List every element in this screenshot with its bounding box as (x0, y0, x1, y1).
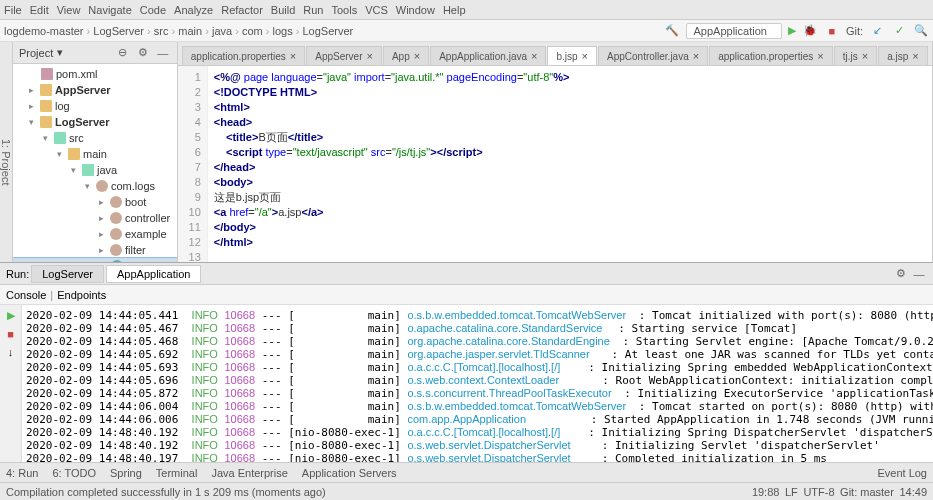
git-branch: Git: master (840, 486, 894, 498)
bottom-tab[interactable]: Application Servers (302, 467, 397, 479)
time: 14:49 (899, 486, 927, 498)
down-icon[interactable]: ↓ (8, 346, 14, 358)
breadcrumb-item[interactable]: logdemo-master (4, 25, 83, 37)
menu-bar: FileEditViewNavigateCodeAnalyzeRefactorB… (0, 0, 933, 20)
bottom-tab[interactable]: Spring (110, 467, 142, 479)
bottom-tab[interactable]: 6: TODO (52, 467, 96, 479)
build-icon[interactable]: 🔨 (664, 23, 680, 39)
editor-tabs[interactable]: application.properties ×AppServer ×App ×… (178, 42, 932, 66)
caret-position: 19:88 (752, 486, 780, 498)
console-output[interactable]: 2020-02-09 14:44:05.441 INFO 10668 --- [… (22, 305, 933, 462)
editor-tab[interactable]: AppServer × (306, 46, 382, 65)
bottom-tool-tabs[interactable]: 4: Run6: TODOSpringTerminalJava Enterpri… (0, 462, 933, 482)
line-sep: LF (785, 486, 798, 498)
rerun-icon[interactable]: ▶ (7, 309, 15, 322)
left-tool-strip[interactable]: 1: Project (0, 42, 13, 262)
editor-tab[interactable]: b.jsp × (547, 46, 597, 66)
run-tab-app[interactable]: AppApplication (106, 265, 201, 283)
menu-analyze[interactable]: Analyze (174, 4, 213, 16)
run-tab-logserver[interactable]: LogServer (31, 265, 104, 283)
run-panel: Run: LogServer AppApplication ⚙ — Consol… (0, 262, 933, 462)
menu-vcs[interactable]: VCS (365, 4, 388, 16)
breadcrumb-item[interactable]: java (212, 25, 232, 37)
hide-icon[interactable]: — (911, 266, 927, 282)
project-tool-label[interactable]: 1: Project (0, 139, 12, 185)
breadcrumb-item[interactable]: com (242, 25, 263, 37)
breadcrumb-item[interactable]: main (178, 25, 202, 37)
event-log-tab[interactable]: Event Log (877, 467, 927, 479)
editor-tab[interactable]: application.properties × (709, 46, 833, 65)
editor-tab[interactable]: application.properties × (182, 46, 306, 65)
search-icon[interactable]: 🔍 (913, 23, 929, 39)
menu-edit[interactable]: Edit (30, 4, 49, 16)
gear-icon[interactable]: ⚙ (135, 45, 151, 61)
bottom-tab[interactable]: Java Enterprise (211, 467, 287, 479)
project-title: Project (19, 47, 53, 59)
git-label: Git: (846, 25, 863, 37)
console-toolbar[interactable]: ▶ ■ ↓ (0, 305, 22, 462)
git-commit-icon[interactable]: ✓ (891, 23, 907, 39)
code-editor[interactable]: 12345678910111213 <%@ page language="jav… (178, 66, 932, 262)
project-panel: Project▾ ⊖ ⚙ — pom.xml ▸AppServer ▸log ▾… (13, 42, 178, 262)
close-icon[interactable]: × (817, 50, 823, 62)
editor-tab[interactable]: AppApplication.java × (430, 46, 546, 65)
project-tree[interactable]: pom.xml ▸AppServer ▸log ▾LogServer ▾src … (13, 64, 177, 262)
menu-window[interactable]: Window (396, 4, 435, 16)
menu-code[interactable]: Code (140, 4, 166, 16)
close-icon[interactable]: × (290, 50, 296, 62)
breadcrumb-item[interactable]: LogServer (303, 25, 354, 37)
close-icon[interactable]: × (862, 50, 868, 62)
breadcrumb-item[interactable]: src (154, 25, 169, 37)
close-icon[interactable]: × (582, 50, 588, 62)
close-icon[interactable]: × (531, 50, 537, 62)
gear-icon[interactable]: ⚙ (893, 266, 909, 282)
console-tab[interactable]: Console (6, 289, 46, 301)
editor-tab[interactable]: a.jsp × (878, 46, 928, 65)
debug-icon[interactable]: 🐞 (802, 23, 818, 39)
breadcrumb-item[interactable]: LogServer (93, 25, 144, 37)
close-icon[interactable]: × (912, 50, 918, 62)
bottom-tab[interactable]: 4: Run (6, 467, 38, 479)
menu-refactor[interactable]: Refactor (221, 4, 263, 16)
hide-icon[interactable]: — (155, 45, 171, 61)
close-icon[interactable]: × (367, 50, 373, 62)
breadcrumb-bar: logdemo-master › LogServer › src › main … (0, 20, 933, 42)
menu-navigate[interactable]: Navigate (88, 4, 131, 16)
menu-file[interactable]: File (4, 4, 22, 16)
run-config-dropdown[interactable]: AppApplication (686, 23, 781, 39)
editor-tab[interactable]: tj.js × (834, 46, 877, 65)
close-icon[interactable]: × (693, 50, 699, 62)
code-content[interactable]: <%@ page language="java" import="java.ut… (208, 66, 932, 262)
editor-tab[interactable]: App × (383, 46, 429, 65)
stop-icon[interactable]: ■ (824, 23, 840, 39)
git-update-icon[interactable]: ↙ (869, 23, 885, 39)
status-bar: Compilation completed successfully in 1 … (0, 482, 933, 500)
menu-run[interactable]: Run (303, 4, 323, 16)
status-message: Compilation completed successfully in 1 … (6, 486, 326, 498)
close-icon[interactable]: × (414, 50, 420, 62)
line-gutter: 12345678910111213 (178, 66, 208, 262)
run-icon[interactable]: ▶ (788, 24, 796, 37)
collapse-icon[interactable]: ⊖ (115, 45, 131, 61)
run-title: Run: (6, 268, 29, 280)
menu-help[interactable]: Help (443, 4, 466, 16)
menu-view[interactable]: View (57, 4, 81, 16)
breadcrumb-item[interactable]: logs (273, 25, 293, 37)
endpoints-tab[interactable]: Endpoints (57, 289, 106, 301)
stop-icon[interactable]: ■ (7, 328, 14, 340)
encoding: UTF-8 (803, 486, 834, 498)
menu-build[interactable]: Build (271, 4, 295, 16)
editor-tab[interactable]: AppController.java × (598, 46, 708, 65)
menu-tools[interactable]: Tools (331, 4, 357, 16)
bottom-tab[interactable]: Terminal (156, 467, 198, 479)
